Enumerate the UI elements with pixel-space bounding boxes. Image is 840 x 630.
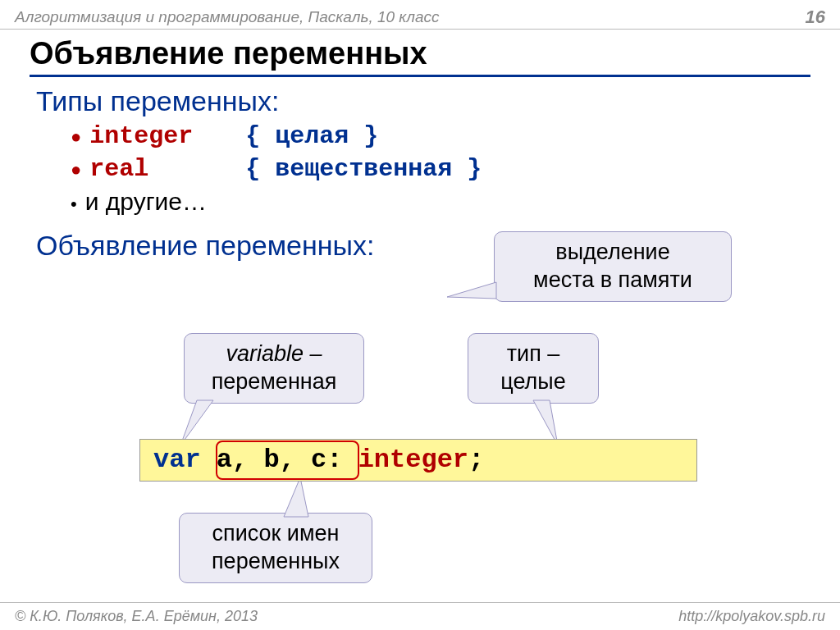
header-bar: Алгоритмизация и программирование, Паска… [0,0,840,30]
callout-text: выделение места в памяти [533,240,692,292]
page-number: 16 [806,7,825,28]
callout-text: список имен переменных [212,521,340,573]
code-example: var a, b, c: integer; [139,439,697,482]
callout-tail-icon [447,282,504,307]
footer-url: http://kpolyakov.spb.ru [678,608,825,625]
callout-tail-icon [284,477,317,518]
code-type-keyword: integer [358,445,468,475]
footer-bar: К.Ю. Поляков, Е.А. Ерёмин, 2013 http://k… [0,602,840,630]
bullet-icon: ● [71,158,81,182]
type-keyword: real [89,155,245,183]
bullet-icon: ● [71,125,81,149]
code-semicolon: ; [468,445,484,475]
type-comment: { вещественная } [245,155,482,183]
type-row-others: • и другие… [71,188,810,217]
callout-text-line1: variable – [199,340,349,368]
types-heading: Типы переменных: [36,85,810,117]
callout-variable: variable – переменная [184,333,364,404]
callout-text: тип – целые [500,341,565,394]
code-var-keyword: var [153,445,201,475]
callout-text-line2: переменная [212,369,337,394]
svg-marker-0 [447,282,496,299]
type-keyword: integer [89,122,245,150]
callout-varlist: список имен переменных [179,513,372,583]
others-label: и другие… [85,188,207,216]
slide-title: Объявление переменных [30,36,810,77]
callout-memory: выделение места в памяти [494,231,732,302]
slide-content: Объявление переменных Типы переменных: ●… [0,30,840,262]
type-row-real: ● real { вещественная } [71,155,810,183]
callout-type: тип – целые [468,333,599,404]
type-row-integer: ● integer { целая } [71,122,810,150]
bullet-icon: • [71,192,77,217]
svg-marker-3 [284,477,308,517]
code-var-list: a, b, c [217,445,326,475]
course-title: Алгоритмизация и программирование, Паска… [15,8,440,26]
type-comment: { целая } [245,122,378,150]
footer-author: К.Ю. Поляков, Е.А. Ерёмин, 2013 [15,608,258,625]
code-colon: : [326,445,342,475]
